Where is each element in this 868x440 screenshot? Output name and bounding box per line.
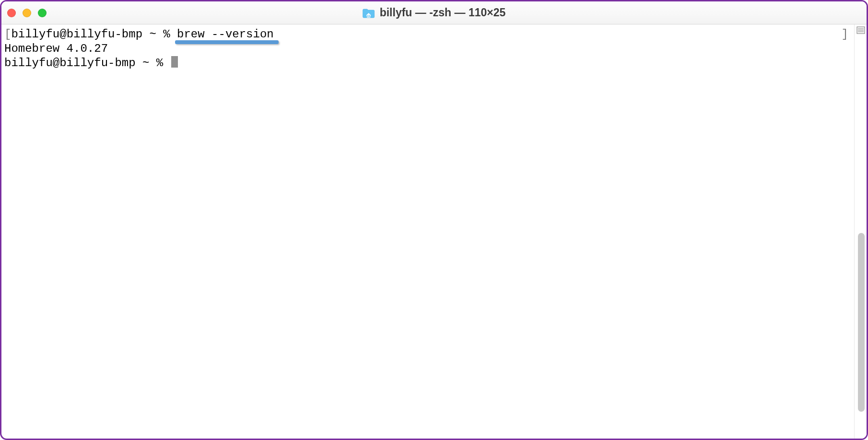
terminal-area: [billyfu@billyfu-bmp ~ % brew --version]… <box>1 24 867 439</box>
shell-prompt: billyfu@billyfu-bmp ~ % <box>4 57 170 69</box>
shell-prompt: billyfu@billyfu-bmp ~ % <box>11 28 177 41</box>
terminal-window: billyfu — -zsh — 110×25 [billyfu@billyfu… <box>0 0 868 440</box>
bracket-open: [ <box>4 28 11 41</box>
window-title-group: billyfu — -zsh — 110×25 <box>363 6 506 19</box>
close-button[interactable] <box>7 9 16 17</box>
terminal-prompt-line: [billyfu@billyfu-bmp ~ % brew --version] <box>4 27 851 42</box>
scrollbar-thumb[interactable] <box>858 233 865 412</box>
right-gutter <box>854 24 867 439</box>
traffic-lights <box>7 9 47 17</box>
zoom-button[interactable] <box>38 9 47 17</box>
terminal-content[interactable]: [billyfu@billyfu-bmp ~ % brew --version]… <box>1 24 854 439</box>
titlebar[interactable]: billyfu — -zsh — 110×25 <box>1 1 867 24</box>
shell-output-text: Homebrew 4.0.27 <box>4 42 108 55</box>
scrollbar-track[interactable] <box>858 38 865 436</box>
shell-command: brew --version <box>177 28 274 41</box>
bracket-close: ] <box>842 27 848 42</box>
home-folder-icon <box>363 8 375 18</box>
window-title: billyfu — -zsh — 110×25 <box>380 6 506 19</box>
terminal-prompt-line: billyfu@billyfu-bmp ~ % <box>4 56 851 70</box>
terminal-cursor <box>171 56 178 68</box>
alt-screen-icon <box>856 26 865 34</box>
minimize-button[interactable] <box>23 9 31 17</box>
terminal-output-line: Homebrew 4.0.27 <box>4 42 851 56</box>
